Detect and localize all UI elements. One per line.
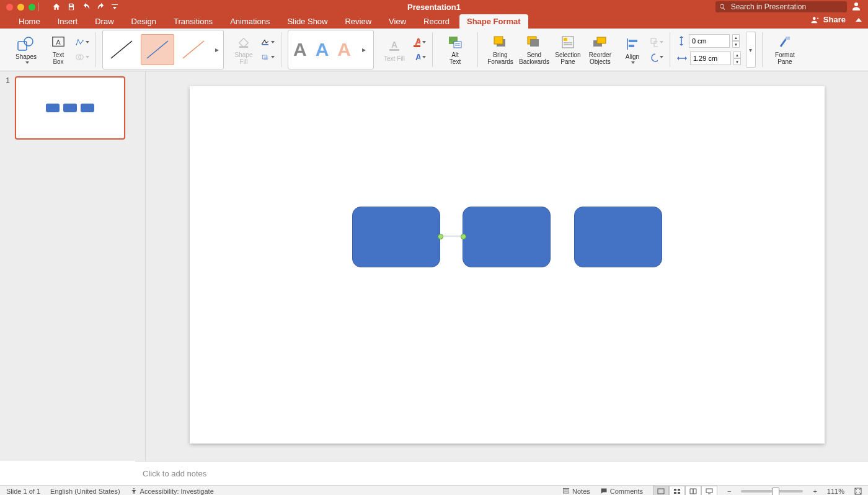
svg-rect-61 xyxy=(678,492,680,494)
notes-pane[interactable]: Click to add notes xyxy=(135,461,868,485)
rotate-button[interactable] xyxy=(650,50,663,64)
shape-style-1[interactable] xyxy=(105,34,138,65)
svg-rect-57 xyxy=(658,489,664,494)
status-notes-toggle[interactable]: Notes xyxy=(562,488,590,495)
wordart-style-gallery[interactable]: A A A ▸ xyxy=(288,30,374,69)
rounded-rect-2[interactable] xyxy=(463,207,551,267)
document-title: Presentation1 xyxy=(407,2,461,12)
svg-rect-59 xyxy=(678,489,680,491)
size-dialog-launcher[interactable]: ▾ xyxy=(746,32,756,68)
search-box[interactable] xyxy=(715,1,847,12)
shape-width-input[interactable] xyxy=(690,51,731,65)
tab-record[interactable]: Record xyxy=(416,14,457,29)
view-normal-button[interactable] xyxy=(653,486,669,495)
fit-to-window-button[interactable] xyxy=(854,488,862,495)
zoom-level[interactable]: 111% xyxy=(827,488,844,495)
connector-line[interactable] xyxy=(440,236,464,236)
shape-height-input[interactable] xyxy=(689,34,730,48)
view-reading-button[interactable] xyxy=(685,486,701,495)
tab-slideshow[interactable]: Slide Show xyxy=(280,14,335,29)
view-sorter-button[interactable] xyxy=(669,486,685,495)
tab-view[interactable]: View xyxy=(381,14,414,29)
view-buttons xyxy=(653,486,717,495)
align-button[interactable]: Align xyxy=(616,30,649,69)
group-button xyxy=(650,35,663,49)
reorder-objects-button[interactable]: Reorder Objects xyxy=(584,30,616,69)
tab-draw[interactable]: Draw xyxy=(87,14,121,29)
zoom-out-button[interactable]: − xyxy=(727,488,731,495)
wordart-style-3[interactable]: A xyxy=(337,39,351,60)
shape-effects-button[interactable] xyxy=(261,50,275,64)
thumbnail-preview[interactable] xyxy=(15,76,125,140)
svg-rect-18 xyxy=(262,44,268,45)
rounded-rect-1[interactable] xyxy=(352,207,440,267)
tab-design[interactable]: Design xyxy=(124,14,164,29)
search-input[interactable] xyxy=(730,2,843,12)
rounded-rect-3[interactable] xyxy=(574,207,662,267)
status-slide-indicator[interactable]: Slide 1 of 1 xyxy=(6,488,40,495)
text-effects-button[interactable]: A xyxy=(412,50,426,64)
wordart-style-more-icon[interactable]: ▸ xyxy=(360,45,368,54)
slide-thumbnail-panel[interactable]: 1 xyxy=(0,71,146,461)
tab-transitions[interactable]: Transitions xyxy=(166,14,220,29)
status-comments-toggle[interactable]: Comments xyxy=(600,488,643,495)
alt-text-button[interactable]: Alt Text xyxy=(439,30,471,69)
width-spinner[interactable]: ▲▼ xyxy=(733,51,741,65)
shape-outline-button[interactable] xyxy=(261,35,275,49)
zoom-slider[interactable] xyxy=(741,490,803,493)
shape-style-gallery[interactable]: ▸ xyxy=(102,30,224,69)
collapse-ribbon-icon[interactable] xyxy=(856,18,862,22)
svg-line-14 xyxy=(111,41,132,58)
svg-marker-47 xyxy=(680,36,683,38)
zoom-window-button[interactable] xyxy=(29,4,35,11)
tab-animations[interactable]: Animations xyxy=(223,14,277,29)
shape-style-more-icon[interactable]: ▸ xyxy=(213,45,221,54)
connector-handle-start[interactable] xyxy=(438,234,443,239)
align-icon xyxy=(626,36,639,52)
wordart-style-1[interactable]: A xyxy=(293,39,307,60)
wordart-style-2[interactable]: A xyxy=(316,39,329,60)
text-fill-button: A Text Fill xyxy=(379,38,410,62)
svg-text:A: A xyxy=(415,37,420,47)
share-button[interactable]: Share xyxy=(811,15,862,24)
slide[interactable] xyxy=(190,86,825,444)
send-backwards-button[interactable]: Send Backwards xyxy=(516,30,552,69)
connector-handle-end[interactable] xyxy=(461,234,466,239)
close-window-button[interactable] xyxy=(6,4,13,11)
tab-insert[interactable]: Insert xyxy=(50,14,86,29)
minimize-window-button[interactable] xyxy=(17,4,24,11)
slide-canvas-area[interactable] xyxy=(146,71,868,461)
svg-rect-4 xyxy=(18,42,27,50)
zoom-slider-thumb[interactable] xyxy=(772,488,779,495)
selection-pane-button[interactable]: Selection Pane xyxy=(552,30,584,69)
format-pane-button[interactable]: Format Pane xyxy=(769,30,801,69)
text-box-button[interactable]: A Text Box xyxy=(42,30,74,69)
thumbnail-1[interactable]: 1 xyxy=(5,76,140,140)
account-icon[interactable] xyxy=(851,1,862,14)
redo-icon[interactable] xyxy=(97,2,105,11)
tab-review[interactable]: Review xyxy=(337,14,379,29)
view-slideshow-button[interactable] xyxy=(701,486,717,495)
home-icon[interactable] xyxy=(52,2,61,11)
svg-rect-58 xyxy=(674,489,676,491)
tab-shape-format[interactable]: Shape Format xyxy=(459,14,528,29)
zoom-in-button[interactable]: + xyxy=(813,488,817,495)
status-language[interactable]: English (United States) xyxy=(50,488,120,495)
tab-home[interactable]: Home xyxy=(11,14,48,29)
svg-rect-52 xyxy=(786,37,790,40)
save-icon[interactable] xyxy=(67,2,76,11)
notes-placeholder: Click to add notes xyxy=(143,469,206,478)
edit-shape-button[interactable] xyxy=(76,35,89,49)
undo-icon[interactable] xyxy=(82,2,91,11)
status-accessibility[interactable]: Accessibility: Investigate xyxy=(130,488,214,495)
ribbon-tabs: Home Insert Draw Design Transitions Anim… xyxy=(0,14,868,29)
svg-rect-41 xyxy=(629,40,637,42)
shapes-button[interactable]: Shapes xyxy=(10,30,42,69)
shape-style-2[interactable] xyxy=(141,34,174,65)
svg-rect-0 xyxy=(112,4,118,5)
height-spinner[interactable]: ▲▼ xyxy=(732,34,740,48)
qat-more-icon[interactable] xyxy=(112,4,118,10)
bring-forwards-button[interactable]: Bring Forwards xyxy=(484,30,516,69)
shape-style-3[interactable] xyxy=(177,34,210,65)
text-outline-button[interactable]: A xyxy=(412,35,426,49)
